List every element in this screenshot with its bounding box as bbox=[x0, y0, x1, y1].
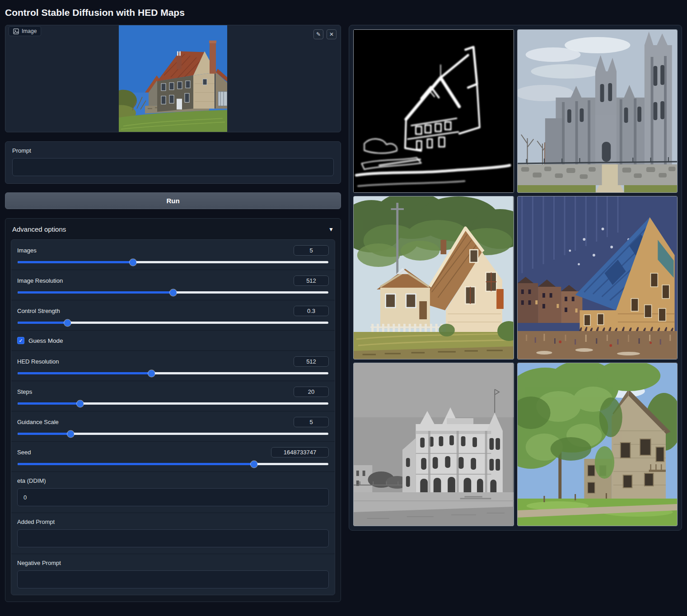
seed-slider-handle[interactable] bbox=[251, 461, 257, 467]
slider-row-guidance-scale: Guidance Scale 5 bbox=[11, 411, 335, 441]
gallery-item-hed-map[interactable] bbox=[353, 29, 514, 193]
output-gallery bbox=[349, 25, 682, 531]
added-prompt-row: Added Prompt bbox=[11, 513, 335, 554]
gallery-item-night-painting[interactable] bbox=[517, 196, 678, 359]
negative-prompt-row: Negative Prompt bbox=[11, 554, 335, 595]
image-label-text: Image bbox=[22, 28, 37, 34]
images-label: Images bbox=[17, 247, 37, 254]
images-slider-handle[interactable] bbox=[130, 259, 136, 266]
steps-value[interactable]: 20 bbox=[294, 387, 329, 397]
hed-resolution-slider[interactable] bbox=[18, 372, 328, 374]
slider-row-steps: Steps 20 bbox=[11, 381, 335, 411]
control-strength-value[interactable]: 0.3 bbox=[294, 306, 329, 316]
gallery-item-cathedral[interactable] bbox=[517, 29, 678, 193]
guidance-scale-slider[interactable] bbox=[18, 433, 328, 435]
controls-column: Image ✎ ✕ bbox=[5, 25, 341, 602]
image-resolution-label: Image Resolution bbox=[17, 277, 63, 284]
app-page: Control Stable Diffusion with HED Maps I… bbox=[0, 0, 687, 606]
added-prompt-input[interactable] bbox=[17, 529, 329, 547]
image-actions: ✎ ✕ bbox=[313, 29, 336, 39]
image-resolution-slider-handle[interactable] bbox=[170, 289, 177, 296]
guess-mode-checkbox[interactable] bbox=[17, 337, 24, 344]
slider-row-control-strength: Control Strength 0.3 bbox=[11, 300, 335, 330]
gallery-item-stone-house[interactable] bbox=[517, 363, 678, 526]
seed-label: Seed bbox=[17, 449, 31, 456]
uploaded-image[interactable] bbox=[5, 25, 341, 132]
slider-row-hed-resolution: HED Resolution 512 bbox=[11, 350, 335, 381]
steps-slider-handle[interactable] bbox=[77, 400, 84, 407]
clear-image-button[interactable]: ✕ bbox=[327, 29, 336, 39]
stone-house-image bbox=[518, 363, 678, 526]
eta-input[interactable]: 0 bbox=[17, 488, 329, 506]
results-column bbox=[349, 25, 682, 531]
prompt-panel: Prompt bbox=[5, 141, 341, 184]
guess-mode-row: Guess Mode bbox=[11, 330, 335, 350]
cathedral-image bbox=[518, 30, 678, 192]
gallery-item-painted-house[interactable] bbox=[353, 196, 514, 359]
steps-slider[interactable] bbox=[18, 402, 328, 405]
slider-row-seed: Seed 1648733747 bbox=[11, 441, 335, 471]
negative-prompt-label: Negative Prompt bbox=[17, 560, 329, 566]
eta-label: eta (DDIM) bbox=[17, 477, 329, 484]
advanced-options-title: Advanced options bbox=[12, 225, 66, 233]
slider-row-images: Images 5 bbox=[11, 240, 335, 270]
images-value[interactable]: 5 bbox=[294, 245, 329, 256]
slider-row-image-resolution: Image Resolution 512 bbox=[11, 270, 335, 300]
painted-house-image bbox=[354, 196, 514, 359]
seed-slider[interactable] bbox=[18, 463, 328, 465]
guidance-scale-label: Guidance Scale bbox=[17, 419, 59, 425]
night-painting-image bbox=[518, 196, 678, 359]
hed-resolution-slider-handle[interactable] bbox=[148, 370, 155, 377]
advanced-options-accordion: Advanced options ▼ Images 5 bbox=[5, 218, 341, 602]
grayscale-building-image bbox=[354, 363, 514, 526]
caret-down-icon: ▼ bbox=[328, 226, 334, 233]
input-house-photo bbox=[119, 25, 227, 132]
image-input-panel: Image ✎ ✕ bbox=[5, 25, 341, 132]
gallery-item-grayscale-building[interactable] bbox=[353, 363, 514, 526]
image-resolution-slider[interactable] bbox=[18, 291, 328, 294]
prompt-label: Prompt bbox=[12, 147, 334, 154]
guidance-scale-slider-handle[interactable] bbox=[67, 430, 74, 437]
hed-resolution-label: HED Resolution bbox=[17, 358, 59, 365]
control-strength-label: Control Strength bbox=[17, 308, 60, 314]
guidance-scale-value[interactable]: 5 bbox=[294, 417, 329, 427]
image-resolution-value[interactable]: 512 bbox=[294, 275, 329, 286]
guess-mode-label: Guess Mode bbox=[28, 337, 63, 344]
page-title: Control Stable Diffusion with HED Maps bbox=[5, 7, 682, 18]
edit-image-button[interactable]: ✎ bbox=[313, 29, 323, 39]
advanced-options-form: Images 5 Image Resolution 512 bbox=[11, 239, 335, 595]
added-prompt-label: Added Prompt bbox=[17, 518, 329, 525]
steps-label: Steps bbox=[17, 388, 32, 395]
eta-row: eta (DDIM) 0 bbox=[11, 471, 335, 513]
prompt-input[interactable] bbox=[12, 158, 334, 176]
image-icon bbox=[13, 28, 19, 34]
run-button[interactable]: Run bbox=[5, 192, 341, 209]
hed-map-image bbox=[354, 30, 514, 192]
hed-resolution-value[interactable]: 512 bbox=[294, 356, 329, 367]
control-strength-slider-handle[interactable] bbox=[64, 319, 71, 326]
control-strength-slider[interactable] bbox=[18, 322, 328, 324]
advanced-options-header[interactable]: Advanced options ▼ bbox=[5, 219, 341, 239]
negative-prompt-input[interactable] bbox=[17, 570, 329, 588]
images-slider[interactable] bbox=[18, 261, 328, 263]
image-component-label: Image bbox=[9, 26, 41, 36]
seed-value[interactable]: 1648733747 bbox=[271, 447, 329, 457]
